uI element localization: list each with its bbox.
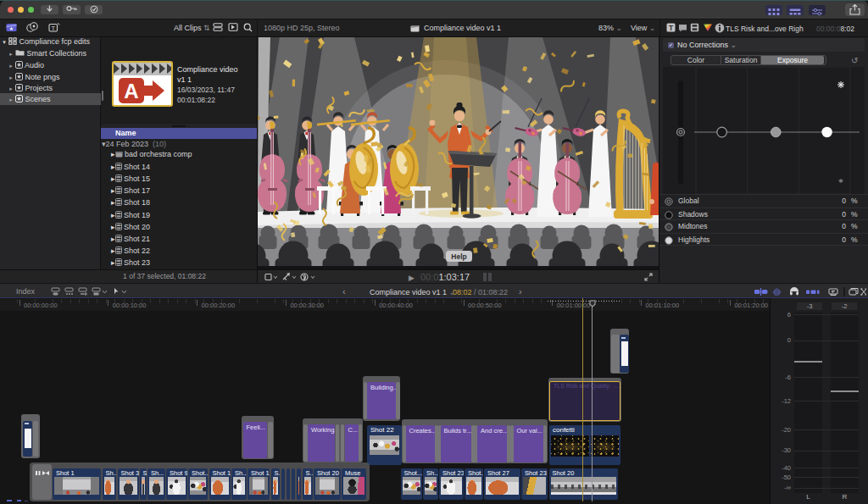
svg-text:Help: Help — [451, 252, 466, 261]
svg-text:T: T — [51, 25, 55, 32]
svg-text:T: T — [669, 24, 674, 32]
svg-text:A: A — [124, 80, 138, 102]
